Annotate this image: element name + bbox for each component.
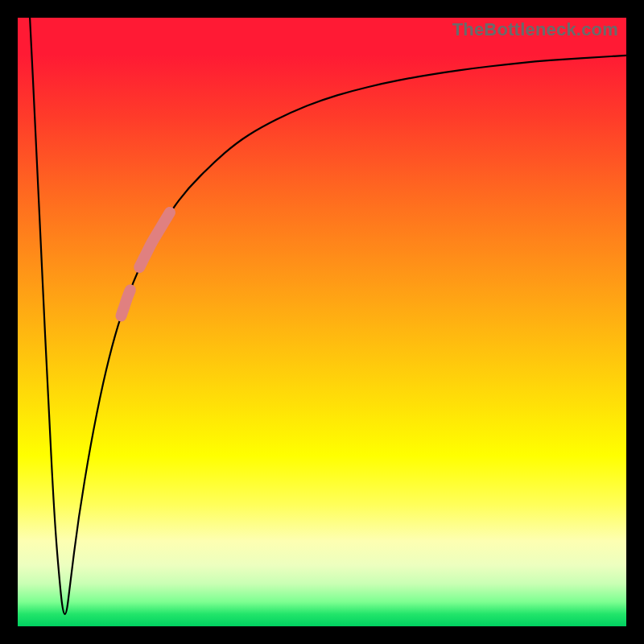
- curve-layer: [18, 18, 626, 626]
- highlight-capsule: [139, 213, 170, 267]
- chart-stage: TheBottleneck.com: [0, 0, 644, 644]
- plot-area: TheBottleneck.com: [18, 18, 626, 626]
- curve-highlight-markers: [122, 213, 171, 316]
- attribution-text: TheBottleneck.com: [452, 19, 618, 40]
- highlight-capsule: [122, 290, 130, 316]
